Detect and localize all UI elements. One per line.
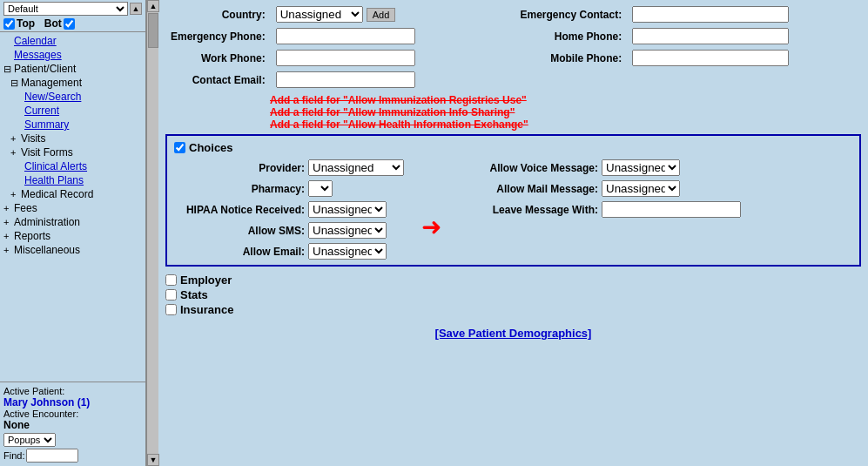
choices-title: Choices <box>189 141 233 154</box>
choices-checkbox[interactable] <box>174 142 185 153</box>
find-label: Find: <box>3 450 24 461</box>
sidebar-item-new-search[interactable]: New/Search <box>0 90 145 104</box>
scroll-down-arrow[interactable]: ▼ <box>147 454 159 466</box>
contact-email-label: Contact Email: <box>165 69 271 91</box>
emergency-phone-field <box>271 25 481 47</box>
pharmacy-row: Pharmacy: <box>174 180 404 197</box>
active-encounter-label: Active Encounter: <box>3 409 142 419</box>
default-select[interactable]: Default <box>3 2 128 16</box>
sidebar-scrollbar[interactable]: ▲ ▼ <box>146 0 158 466</box>
emergency-contact-label: Emergency Contact: <box>515 3 628 25</box>
save-demographics-link[interactable]: [Save Patient Demographics] <box>435 327 592 340</box>
home-phone-input[interactable] <box>632 28 789 44</box>
scroll-up-arrow[interactable]: ▲ <box>147 0 159 12</box>
add-button[interactable]: Add <box>367 8 396 22</box>
emergency-contact-input[interactable] <box>632 6 789 23</box>
hipaa-select[interactable]: Unassigned <box>308 201 387 218</box>
sidebar-item-fees[interactable]: +Fees <box>0 201 145 215</box>
emergency-contact-field <box>627 3 861 25</box>
red-arrow: ➜ <box>421 159 441 260</box>
stats-row: Stats <box>165 288 861 301</box>
allow-email-label: Allow Email: <box>174 246 305 258</box>
country-field: Unassigned Add <box>271 3 481 25</box>
allow-email-row: Allow Email: Unassigned <box>174 243 404 260</box>
insurance-row: Insurance <box>165 303 861 316</box>
sidebar-item-calendar[interactable]: Calendar <box>0 34 145 48</box>
contact-email-input[interactable] <box>276 71 415 88</box>
sidebar-item-administration[interactable]: +Administration <box>0 215 145 229</box>
bot-label: Bot <box>44 17 62 30</box>
annotation-2: Add a field for "Allow Immunization Info… <box>270 106 861 118</box>
home-phone-field <box>627 25 861 47</box>
bot-checkbox[interactable] <box>64 18 75 30</box>
sidebar-nav: Calendar Messages ⊟Patient/Client ⊟Manag… <box>0 32 145 382</box>
save-link-container: [Save Patient Demographics] <box>165 327 861 340</box>
allow-sms-label: Allow SMS: <box>174 225 305 237</box>
leave-message-label: Leave Message With: <box>468 204 598 216</box>
allow-mail-select[interactable]: Unassigned <box>602 180 680 197</box>
work-phone-label: Work Phone: <box>165 47 271 69</box>
provider-label: Provider: <box>174 162 305 174</box>
sidebar-item-clinical-alerts[interactable]: Clinical Alerts <box>0 159 145 173</box>
emergency-phone-input[interactable] <box>276 28 415 44</box>
pharmacy-label: Pharmacy: <box>174 183 305 195</box>
pharmacy-select[interactable] <box>308 180 333 197</box>
sidebar-item-summary[interactable]: Summary <box>0 118 145 132</box>
allow-email-select[interactable]: Unassigned <box>308 243 387 260</box>
allow-sms-select[interactable]: Unassigned <box>308 222 387 239</box>
active-patient-label: Active Patient: <box>3 386 142 396</box>
stats-checkbox[interactable] <box>165 289 177 301</box>
insurance-checkbox[interactable] <box>165 304 177 315</box>
sidebar-item-management: ⊟Management <box>0 76 145 90</box>
find-input[interactable] <box>26 449 78 463</box>
provider-select[interactable]: Unassigned <box>308 159 404 176</box>
sidebar-top: Default ▲ Top Bot <box>0 0 145 32</box>
sidebar-item-patient-client: ⊟Patient/Client <box>0 62 145 76</box>
country-label: Country: <box>165 3 271 25</box>
stats-label: Stats <box>180 288 208 301</box>
sidebar-item-messages[interactable]: Messages <box>0 48 145 62</box>
sidebar-item-visit-forms[interactable]: +Visit Forms <box>0 145 145 159</box>
hipaa-row: HIPAA Notice Received: Unassigned <box>174 201 404 218</box>
work-phone-input[interactable] <box>276 50 415 66</box>
choices-left-col: Provider: Unassigned Pharmacy: HIPAA Not… <box>174 159 404 260</box>
mobile-phone-input[interactable] <box>632 50 789 66</box>
allow-voice-label: Allow Voice Message: <box>468 162 598 174</box>
work-phone-field <box>271 47 481 69</box>
leave-message-input[interactable] <box>602 201 741 218</box>
insurance-label: Insurance <box>180 303 233 316</box>
popup-select[interactable]: Popups <box>3 433 56 447</box>
employer-label: Employer <box>180 274 232 287</box>
provider-row: Provider: Unassigned <box>174 159 404 176</box>
top-label: Top <box>17 17 35 30</box>
mobile-phone-field <box>627 47 861 69</box>
sidebar-item-miscellaneous[interactable]: +Miscellaneous <box>0 243 145 257</box>
sidebar-item-medical-record[interactable]: +Medical Record <box>0 187 145 201</box>
sidebar-item-current[interactable]: Current <box>0 104 145 118</box>
allow-mail-label: Allow Mail Message: <box>468 183 598 195</box>
contact-email-field <box>271 69 861 91</box>
sidebar-scroll-up[interactable]: ▲ <box>130 3 142 15</box>
employer-checkbox[interactable] <box>165 274 177 286</box>
sidebar-item-health-plans[interactable]: Health Plans <box>0 173 145 187</box>
main-content: Country: Unassigned Add Emergency Contac… <box>158 0 868 466</box>
sidebar-bottom: Active Patient: Mary Johnson (1) Active … <box>0 382 145 466</box>
annotation-1: Add a field for "Allow Immunization Regi… <box>270 94 861 106</box>
bottom-checkboxes: Employer Stats Insurance <box>165 274 861 316</box>
mobile-phone-label: Mobile Phone: <box>515 47 628 69</box>
active-patient-name[interactable]: Mary Johnson (1) <box>3 396 142 409</box>
sidebar-item-reports[interactable]: +Reports <box>0 229 145 243</box>
employer-row: Employer <box>165 274 861 287</box>
top-form: Country: Unassigned Add Emergency Contac… <box>165 3 861 91</box>
country-select[interactable]: Unassigned <box>276 6 363 23</box>
home-phone-label: Home Phone: <box>515 25 628 47</box>
sidebar-item-visits[interactable]: +Visits <box>0 132 145 145</box>
hipaa-label: HIPAA Notice Received: <box>174 204 305 216</box>
top-checkbox[interactable] <box>3 18 15 30</box>
scroll-thumb[interactable] <box>148 13 158 48</box>
annotation-block: Add a field for "Allow Immunization Regi… <box>270 94 861 131</box>
allow-voice-select[interactable]: Unassigned <box>602 159 680 176</box>
sidebar: Default ▲ Top Bot Calendar Messages ⊟Pat… <box>0 0 146 466</box>
choices-section: Choices Provider: Unassigned Pharmacy: <box>165 134 861 267</box>
choices-header: Choices <box>174 141 852 154</box>
